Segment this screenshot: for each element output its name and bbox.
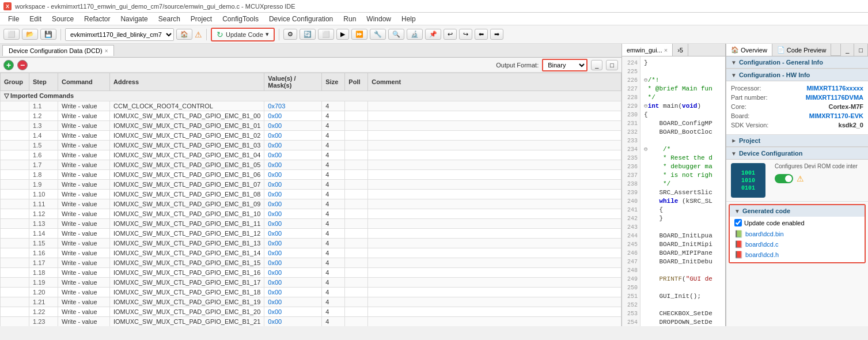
add-row-button[interactable]: + bbox=[3, 60, 14, 70]
table-row[interactable]: 1.23 Write - value IOMUXC_SW_MUX_CTL_PAD… bbox=[1, 317, 621, 327]
cell-address: IOMUXC_SW_MUX_CTL_PAD_GPIO_EMC_B1_20 bbox=[110, 307, 264, 317]
menu-edit[interactable]: Edit bbox=[25, 14, 46, 24]
table-row[interactable]: 1.14 Write - value IOMUXC_SW_MUX_CTL_PAD… bbox=[1, 229, 621, 239]
toolbar-btn-misc8[interactable]: 🔬 bbox=[407, 29, 423, 40]
menu-source[interactable]: Source bbox=[47, 14, 78, 24]
cell-group bbox=[1, 258, 29, 268]
rp-tab-minimize[interactable]: _ bbox=[840, 44, 854, 56]
cell-value: 0x00 bbox=[264, 219, 322, 229]
dcd-tab[interactable]: Device Configuration Data (DCD) × bbox=[2, 45, 114, 56]
toolbar-btn-misc12[interactable]: ⬅ bbox=[475, 29, 488, 40]
file-row-bin[interactable]: 📗 board\dcd.bin bbox=[734, 229, 860, 239]
cell-step: 1.21 bbox=[29, 297, 58, 307]
table-row[interactable]: 1.5 Write - value IOMUXC_SW_MUX_CTL_PAD_… bbox=[1, 141, 621, 150]
toolbar-btn-misc11[interactable]: ↪ bbox=[459, 29, 472, 40]
generated-code-header[interactable]: ▼ Generated code bbox=[730, 205, 865, 217]
cell-comment bbox=[368, 278, 621, 288]
cell-command: Write - value bbox=[58, 258, 110, 268]
device-config-header[interactable]: ▼ Device Configuration bbox=[726, 148, 868, 160]
table-row[interactable]: 1.6 Write - value IOMUXC_SW_MUX_CTL_PAD_… bbox=[1, 150, 621, 160]
output-format-select[interactable]: Binary S-Record Intel Hex bbox=[542, 59, 587, 71]
cell-command: Write - value bbox=[58, 160, 110, 170]
toolbar-btn-misc3[interactable]: ⬜ bbox=[318, 29, 334, 40]
table-row[interactable]: 1.20 Write - value IOMUXC_SW_MUX_CTL_PAD… bbox=[1, 288, 621, 297]
rp-tab-overview[interactable]: 🏠 Overview bbox=[726, 44, 772, 56]
menu-run[interactable]: Run bbox=[339, 14, 361, 24]
table-row[interactable]: 1.8 Write - value IOMUXC_SW_MUX_CTL_PAD_… bbox=[1, 170, 621, 180]
collapse-icon[interactable]: ▽ bbox=[4, 92, 9, 99]
menu-file[interactable]: File bbox=[3, 14, 24, 24]
code-line: ⊖int main(void) bbox=[644, 102, 722, 111]
toolbar-btn-misc9[interactable]: 📌 bbox=[425, 29, 441, 40]
table-row[interactable]: 1.7 Write - value IOMUXC_SW_MUX_CTL_PAD_… bbox=[1, 160, 621, 170]
code-tab-close[interactable]: × bbox=[664, 47, 668, 54]
menu-window[interactable]: Window bbox=[362, 14, 396, 24]
toolbar-btn-misc1[interactable]: ⚙ bbox=[283, 29, 297, 40]
table-row[interactable]: 1.2 Write - value IOMUXC_SW_MUX_CTL_PAD_… bbox=[1, 111, 621, 121]
cell-comment bbox=[368, 141, 621, 150]
toolbar-btn-misc7[interactable]: 🔍 bbox=[388, 29, 404, 40]
update-code-button[interactable]: ↻ Update Code ▾ bbox=[211, 28, 275, 41]
save-button[interactable]: 💾 bbox=[40, 29, 56, 40]
device-config-description: Configures Devi ROM code inter bbox=[775, 163, 863, 169]
cell-step: 1.19 bbox=[29, 278, 58, 288]
table-row[interactable]: 1.9 Write - value IOMUXC_SW_MUX_CTL_PAD_… bbox=[1, 180, 621, 190]
table-row[interactable]: 1.10 Write - value IOMUXC_SW_MUX_CTL_PAD… bbox=[1, 190, 621, 199]
maximize-dcd-button[interactable]: □ bbox=[606, 60, 618, 70]
menu-search[interactable]: Search bbox=[154, 14, 185, 24]
table-row[interactable]: 1.22 Write - value IOMUXC_SW_MUX_CTL_PAD… bbox=[1, 307, 621, 317]
cell-comment bbox=[368, 111, 621, 121]
table-row[interactable]: 1.1 Write - value CCM_CLOCK_ROOT4_CONTRO… bbox=[1, 101, 621, 111]
minimize-dcd-button[interactable]: _ bbox=[591, 60, 602, 70]
cell-poll bbox=[345, 258, 368, 268]
cell-size: 4 bbox=[322, 297, 345, 307]
table-row[interactable]: 1.21 Write - value IOMUXC_SW_MUX_CTL_PAD… bbox=[1, 297, 621, 307]
project-header[interactable]: ▼ Project bbox=[726, 135, 868, 147]
cell-step: 1.16 bbox=[29, 248, 58, 258]
code-tab-active[interactable]: emwin_gui... × bbox=[622, 44, 673, 56]
menu-device-config[interactable]: Device Configuration bbox=[264, 14, 338, 24]
toolbar-btn-misc5[interactable]: ⏩ bbox=[351, 29, 367, 40]
menu-navigate[interactable]: Navigate bbox=[116, 14, 152, 24]
menu-project[interactable]: Project bbox=[186, 14, 217, 24]
dcd-table[interactable]: Group Step Command Address Value(s) / Ma… bbox=[0, 73, 621, 326]
toolbar-btn-misc6[interactable]: 🔧 bbox=[370, 29, 386, 40]
table-row[interactable]: 1.3 Write - value IOMUXC_SW_MUX_CTL_PAD_… bbox=[1, 121, 621, 131]
toolbar-btn-misc2[interactable]: 🔄 bbox=[300, 29, 316, 40]
table-row[interactable]: 1.17 Write - value IOMUXC_SW_MUX_CTL_PAD… bbox=[1, 258, 621, 268]
config-hw-info-header[interactable]: ▼ Configuration - HW Info bbox=[726, 69, 868, 81]
menu-configtools[interactable]: ConfigTools bbox=[218, 14, 263, 24]
table-row[interactable]: 1.16 Write - value IOMUXC_SW_MUX_CTL_PAD… bbox=[1, 248, 621, 258]
cell-value: 0x703 bbox=[264, 101, 322, 111]
file-row-h[interactable]: 📕 board\dcd.h bbox=[734, 250, 860, 260]
rp-tab-code-preview[interactable]: 📄 Code Preview bbox=[772, 44, 831, 56]
open-button[interactable]: 📂 bbox=[22, 29, 38, 40]
sdk-label: SDK Version: bbox=[731, 122, 768, 129]
table-row[interactable]: 1.12 Write - value IOMUXC_SW_MUX_CTL_PAD… bbox=[1, 209, 621, 219]
menu-refactor[interactable]: Refactor bbox=[79, 14, 115, 24]
col-value: Value(s) / Mask(s) bbox=[264, 73, 322, 91]
dcd-tab-close[interactable]: × bbox=[105, 48, 108, 54]
toolbar-btn-misc13[interactable]: ➡ bbox=[490, 29, 503, 40]
home-button[interactable]: 🏠 bbox=[176, 29, 192, 40]
table-row[interactable]: 1.15 Write - value IOMUXC_SW_MUX_CTL_PAD… bbox=[1, 239, 621, 248]
cell-command: Write - value bbox=[58, 150, 110, 160]
config-general-info-header[interactable]: ▼ Configuration - General Info bbox=[726, 56, 868, 69]
update-code-checkbox[interactable] bbox=[734, 219, 742, 226]
new-button[interactable]: ⬜ bbox=[3, 29, 20, 40]
table-row[interactable]: 1.18 Write - value IOMUXC_SW_MUX_CTL_PAD… bbox=[1, 268, 621, 278]
table-row[interactable]: 1.19 Write - value IOMUXC_SW_MUX_CTL_PAD… bbox=[1, 278, 621, 288]
table-row[interactable]: 1.13 Write - value IOMUXC_SW_MUX_CTL_PAD… bbox=[1, 219, 621, 229]
cell-poll bbox=[345, 278, 368, 288]
device-config-toggle[interactable] bbox=[775, 174, 793, 183]
file-row-c[interactable]: 📕 board\dcd.c bbox=[734, 239, 860, 250]
table-row[interactable]: 1.4 Write - value IOMUXC_SW_MUX_CTL_PAD_… bbox=[1, 131, 621, 141]
project-select[interactable]: evkmimxrt1170_iled_blinky_cm7 bbox=[65, 28, 174, 41]
remove-row-button[interactable]: − bbox=[17, 60, 28, 70]
rp-tab-maximize[interactable]: □ bbox=[854, 44, 868, 56]
menu-help[interactable]: Help bbox=[397, 14, 420, 24]
toolbar-btn-misc10[interactable]: ↩ bbox=[444, 29, 457, 40]
table-row[interactable]: 1.11 Write - value IOMUXC_SW_MUX_CTL_PAD… bbox=[1, 199, 621, 209]
toolbar-btn-misc4[interactable]: ▶ bbox=[336, 29, 349, 40]
code-tab-more[interactable]: ›5 bbox=[673, 44, 688, 56]
